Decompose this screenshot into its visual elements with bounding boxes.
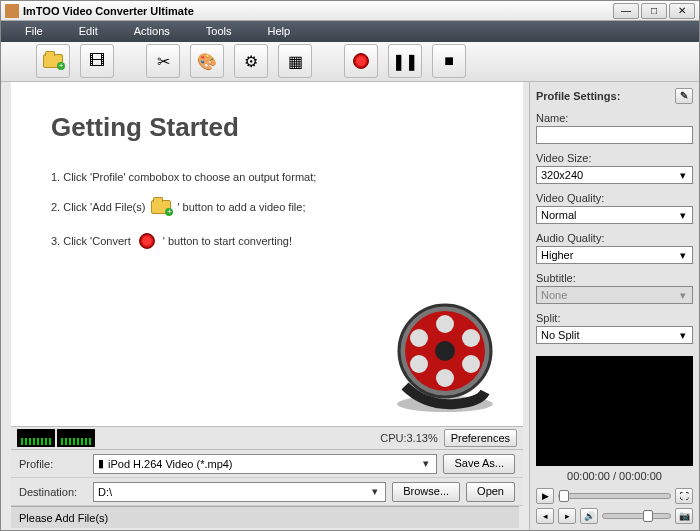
destination-label: Destination:: [19, 486, 87, 498]
stop-button[interactable]: ■: [432, 44, 466, 78]
scissors-icon: ✂: [157, 52, 170, 71]
record-icon: [134, 231, 160, 251]
destination-row: Destination: D:\ ▾ Browse... Open: [11, 478, 523, 506]
split-label: Split:: [536, 312, 693, 324]
profile-combobox[interactable]: ▮ iPod H.264 Video (*.mp4) ▾: [93, 454, 437, 474]
add-file-button[interactable]: +: [36, 44, 70, 78]
ipod-icon: ▮: [98, 457, 104, 470]
svg-point-8: [410, 355, 428, 373]
step-1: 1. Click 'Profile' combobox to choose an…: [51, 171, 493, 183]
profile-label: Profile:: [19, 458, 87, 470]
maximize-button[interactable]: □: [641, 3, 667, 19]
subtitle-combobox[interactable]: None▾: [536, 286, 693, 304]
destination-combobox[interactable]: D:\ ▾: [93, 482, 386, 502]
menu-tools[interactable]: Tools: [188, 22, 250, 40]
palette-icon: 🎨: [197, 52, 217, 71]
volume-row: ◂ ▸ 🔊 📷: [536, 506, 693, 526]
effects-button[interactable]: 🎨: [190, 44, 224, 78]
minimize-button[interactable]: —: [613, 3, 639, 19]
getting-started: Getting Started 1. Click 'Profile' combo…: [11, 82, 523, 426]
svg-point-3: [435, 341, 455, 361]
audio-quality-combobox[interactable]: Higher▾: [536, 246, 693, 264]
folder-plus-icon: +: [43, 54, 63, 68]
video-preview: [536, 356, 693, 466]
preferences-button[interactable]: Preferences: [444, 429, 517, 447]
clip-button[interactable]: ✂: [146, 44, 180, 78]
getting-started-heading: Getting Started: [51, 112, 493, 143]
settings-button[interactable]: ⚙: [234, 44, 268, 78]
cpu-graph-1: [17, 429, 55, 447]
pause-icon: ❚❚: [392, 52, 418, 71]
menu-help[interactable]: Help: [249, 22, 308, 40]
profile-row: Profile: ▮ iPod H.264 Video (*.mp4) ▾ Sa…: [11, 450, 523, 478]
chevron-down-icon: ▾: [367, 485, 383, 498]
open-button[interactable]: Open: [466, 482, 515, 502]
chevron-down-icon: ▾: [676, 209, 690, 222]
svg-point-7: [462, 329, 480, 347]
menu-actions[interactable]: Actions: [116, 22, 188, 40]
save-as-button[interactable]: Save As...: [443, 454, 515, 474]
folder-plus-icon: +: [148, 197, 174, 217]
svg-point-5: [436, 369, 454, 387]
chevron-down-icon: ▾: [676, 169, 690, 182]
time-display: 00:00:00 / 00:00:00: [536, 466, 693, 486]
cpu-label: CPU:3.13%: [380, 432, 437, 444]
seek-row: ▶ ⛶: [536, 486, 693, 506]
pause-button[interactable]: ❚❚: [388, 44, 422, 78]
menu-bar: File Edit Actions Tools Help: [1, 21, 699, 41]
profile-settings-heading: Profile Settings:: [536, 90, 620, 102]
watermark-icon: ▦: [288, 52, 303, 71]
video-size-combobox[interactable]: 320x240▾: [536, 166, 693, 184]
close-button[interactable]: ✕: [669, 3, 695, 19]
convert-button[interactable]: [344, 44, 378, 78]
app-icon: [5, 4, 19, 18]
toolbar: + 🎞 ✂ 🎨 ⚙ ▦ ❚❚ ■: [1, 42, 699, 83]
svg-point-6: [410, 329, 428, 347]
main-pane: Getting Started 1. Click 'Profile' combo…: [11, 82, 523, 506]
svg-point-9: [462, 355, 480, 373]
prev-frame-button[interactable]: ◂: [536, 508, 554, 524]
wizard-button[interactable]: ✎: [675, 88, 693, 104]
watermark-button[interactable]: ▦: [278, 44, 312, 78]
step-2: 2. Click 'Add File(s) + ' button to add …: [51, 197, 493, 217]
video-quality-label: Video Quality:: [536, 192, 693, 204]
play-button[interactable]: ▶: [536, 488, 554, 504]
next-frame-button[interactable]: ▸: [558, 508, 576, 524]
video-size-label: Video Size:: [536, 152, 693, 164]
browse-button[interactable]: Browse...: [392, 482, 460, 502]
video-quality-combobox[interactable]: Normal▾: [536, 206, 693, 224]
menu-file[interactable]: File: [7, 22, 61, 40]
content-area: Getting Started 1. Click 'Profile' combo…: [1, 82, 699, 530]
status-text: Please Add File(s): [19, 512, 108, 524]
profile-settings-panel: Profile Settings: ✎ Name: Video Size: 32…: [529, 82, 699, 530]
chevron-down-icon: ▾: [676, 289, 690, 302]
status-bar: Please Add File(s): [11, 506, 519, 528]
step-3: 3. Click 'Convert ' button to start conv…: [51, 231, 493, 251]
add-folder-button[interactable]: 🎞: [80, 44, 114, 78]
subtitle-label: Subtitle:: [536, 272, 693, 284]
stop-icon: ■: [444, 52, 454, 70]
app-window: ImTOO Video Converter Ultimate — □ ✕ Fil…: [0, 0, 700, 531]
volume-slider[interactable]: [602, 513, 671, 519]
cpu-bar: CPU:3.13% Preferences: [11, 426, 523, 450]
snapshot-button[interactable]: 📷: [675, 508, 693, 524]
split-combobox[interactable]: No Split▾: [536, 326, 693, 344]
fullscreen-button[interactable]: ⛶: [675, 488, 693, 504]
chevron-down-icon: ▾: [418, 457, 434, 470]
name-label: Name:: [536, 112, 693, 124]
menu-edit[interactable]: Edit: [61, 22, 116, 40]
film-icon: 🎞: [89, 52, 105, 70]
title-bar: ImTOO Video Converter Ultimate — □ ✕: [1, 1, 699, 21]
app-title: ImTOO Video Converter Ultimate: [23, 5, 613, 17]
svg-point-4: [436, 315, 454, 333]
gear-icon: ⚙: [244, 52, 258, 71]
audio-quality-label: Audio Quality:: [536, 232, 693, 244]
cpu-graph-2: [57, 429, 95, 447]
seek-slider[interactable]: [558, 493, 671, 499]
chevron-down-icon: ▾: [676, 249, 690, 262]
volume-icon[interactable]: 🔊: [580, 508, 598, 524]
film-reel-image: [385, 296, 505, 416]
name-input[interactable]: [536, 126, 693, 144]
chevron-down-icon: ▾: [676, 329, 690, 342]
record-icon: [353, 53, 369, 69]
